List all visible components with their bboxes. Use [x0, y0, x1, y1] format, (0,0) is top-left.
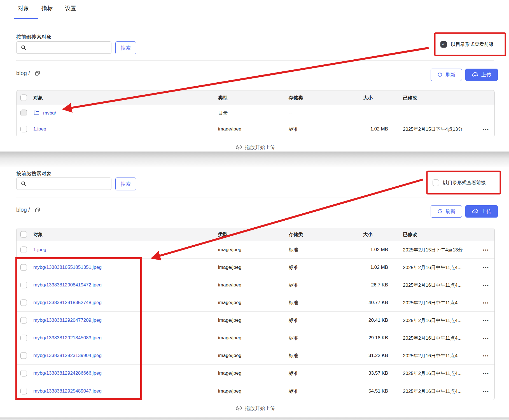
- select-all-checkbox[interactable]: [20, 231, 27, 238]
- object-link[interactable]: mybg/13383812924286666.jpeg: [33, 370, 102, 376]
- object-modified: 2025年2月15日下午4点13分: [403, 247, 463, 253]
- upload-button-label: 上传: [481, 71, 491, 78]
- table-row: 1.jpegimage/jpeg标准1.02 MB2025年2月15日下午4点1…: [17, 121, 494, 137]
- tab-objects[interactable]: 对象: [18, 4, 29, 12]
- object-link[interactable]: mybg/: [43, 110, 56, 116]
- search-button[interactable]: 搜索: [115, 41, 136, 54]
- object-name-cell: mybg/13383810551851351.jpeg: [33, 265, 102, 270]
- object-modified: 2025年2月16日中午11点4...: [403, 388, 461, 394]
- object-link[interactable]: mybg/13383812918352748.jpeg: [33, 300, 102, 305]
- row-menu-button[interactable]: •••: [483, 353, 489, 358]
- copy-icon[interactable]: [34, 207, 41, 213]
- tab-settings[interactable]: 设置: [65, 4, 76, 12]
- row-menu-button[interactable]: •••: [483, 389, 489, 393]
- drop-hint-label: 拖放开始上传: [245, 405, 275, 412]
- search-input[interactable]: [16, 178, 111, 190]
- object-table-flat-view: 对象 类型 存储类 大小 已修改 1.jpegimage/jpeg标准1.02 …: [16, 228, 495, 400]
- drop-to-upload-zone[interactable]: 拖放开始上传: [16, 144, 494, 151]
- object-type: image/jpeg: [218, 282, 241, 288]
- object-table-directory-view: 对象 类型 存储类 大小 已修改 mybg/目录--1.jpegimage/jp…: [16, 90, 495, 137]
- copy-icon[interactable]: [34, 70, 41, 76]
- row-menu-button[interactable]: •••: [483, 336, 489, 340]
- object-link[interactable]: mybg/13383812908419472.jpeg: [33, 282, 102, 288]
- row-checkbox[interactable]: [20, 353, 27, 359]
- table-row: mybg/13383812925489047.jpegimage/jpeg标准5…: [17, 382, 494, 400]
- object-size: 1.02 MB: [331, 126, 388, 132]
- row-checkbox[interactable]: [20, 126, 27, 132]
- object-modified: 2025年2月16日中午11点4...: [403, 335, 461, 341]
- select-all-checkbox[interactable]: [20, 94, 27, 101]
- panel-separator-band: [0, 152, 509, 167]
- upload-button[interactable]: 上传: [465, 205, 498, 218]
- tab-metrics[interactable]: 指标: [41, 4, 53, 12]
- row-checkbox-cell: [20, 388, 27, 394]
- object-link[interactable]: mybg/13383812923139904.jpeg: [33, 353, 102, 358]
- drop-to-upload-zone[interactable]: 拖放开始上传: [16, 405, 494, 412]
- row-menu-button[interactable]: •••: [483, 300, 489, 305]
- row-menu-button[interactable]: •••: [483, 283, 489, 288]
- object-type: image/jpeg: [218, 126, 241, 132]
- tab-bar: 对象 指标 设置: [18, 4, 76, 12]
- search-input[interactable]: [16, 41, 111, 54]
- object-size: 1.02 MB: [331, 247, 388, 253]
- object-name-cell: mybg/13383812924286666.jpeg: [33, 370, 102, 376]
- object-type: image/jpeg: [218, 388, 241, 394]
- object-name-cell: 1.jpeg: [33, 126, 46, 132]
- table-row: mybg/13383810551851351.jpegimage/jpeg标准1…: [17, 259, 494, 276]
- breadcrumb-path[interactable]: blog /: [16, 207, 30, 213]
- object-size: 1.02 MB: [331, 265, 388, 270]
- tab-divider: [14, 19, 494, 19]
- table-row: mybg/13383812908419472.jpegimage/jpeg标准2…: [17, 276, 494, 294]
- row-checkbox-cell: [20, 110, 27, 116]
- row-menu-button[interactable]: •••: [483, 127, 489, 131]
- row-checkbox-cell: [20, 335, 27, 341]
- table-row: mybg/13383812920477209.jpegimage/jpeg标准2…: [17, 312, 494, 329]
- object-type: image/jpeg: [218, 353, 241, 358]
- row-checkbox-cell: [20, 300, 27, 306]
- object-type: image/jpeg: [218, 335, 241, 341]
- cloud-upload-icon: [235, 405, 242, 412]
- object-link[interactable]: 1.jpeg: [33, 126, 46, 132]
- upload-button[interactable]: 上传: [465, 69, 498, 81]
- object-modified: 2025年2月16日中午11点4...: [403, 353, 461, 359]
- row-menu-button[interactable]: •••: [483, 318, 489, 323]
- row-checkbox[interactable]: [20, 388, 27, 394]
- row-menu-button[interactable]: •••: [483, 265, 489, 270]
- object-size: 26.7 KB: [331, 282, 388, 288]
- storage-class: 标准: [289, 353, 298, 359]
- row-menu-button[interactable]: •••: [483, 248, 489, 252]
- row-checkbox[interactable]: [20, 247, 27, 253]
- object-name-cell: mybg/13383812908419472.jpeg: [33, 282, 102, 288]
- row-checkbox[interactable]: [20, 335, 27, 341]
- search-button[interactable]: 搜索: [115, 178, 136, 190]
- breadcrumb: blog /: [16, 70, 41, 76]
- column-storage-class: 存储类: [289, 231, 303, 238]
- refresh-button[interactable]: 刷新: [431, 69, 462, 81]
- object-size: 31.22 KB: [331, 353, 388, 358]
- row-checkbox[interactable]: [20, 264, 27, 271]
- directory-view-checkbox[interactable]: [433, 179, 439, 186]
- column-object: 对象: [33, 231, 43, 238]
- column-modified: 已修改: [403, 94, 417, 101]
- object-link[interactable]: mybg/13383812921845083.jpeg: [33, 335, 102, 341]
- object-link[interactable]: mybg/13383812925489047.jpeg: [33, 388, 102, 394]
- object-name-cell: mybg/13383812918352748.jpeg: [33, 300, 102, 305]
- breadcrumb-path[interactable]: blog /: [16, 70, 30, 76]
- row-checkbox[interactable]: [20, 317, 27, 324]
- refresh-button[interactable]: 刷新: [431, 205, 462, 218]
- row-checkbox[interactable]: [20, 370, 27, 377]
- magnifier-icon: [20, 45, 27, 51]
- row-checkbox[interactable]: [20, 300, 27, 306]
- row-menu-button[interactable]: •••: [483, 371, 489, 376]
- object-link[interactable]: mybg/13383810551851351.jpeg: [33, 265, 102, 270]
- storage-class: 标准: [289, 317, 298, 324]
- table-header: 对象 类型 存储类 大小 已修改: [17, 90, 494, 105]
- directory-view-checkbox[interactable]: ✓: [440, 41, 447, 48]
- object-link[interactable]: mybg/13383812920477209.jpeg: [33, 318, 102, 323]
- object-link[interactable]: 1.jpeg: [33, 247, 46, 253]
- row-checkbox[interactable]: [20, 282, 27, 288]
- row-checkbox[interactable]: [20, 110, 27, 116]
- object-name-cell: mybg/: [33, 110, 56, 116]
- object-modified: 2025年2月16日中午11点4...: [403, 370, 461, 377]
- row-checkbox-cell: [20, 264, 27, 271]
